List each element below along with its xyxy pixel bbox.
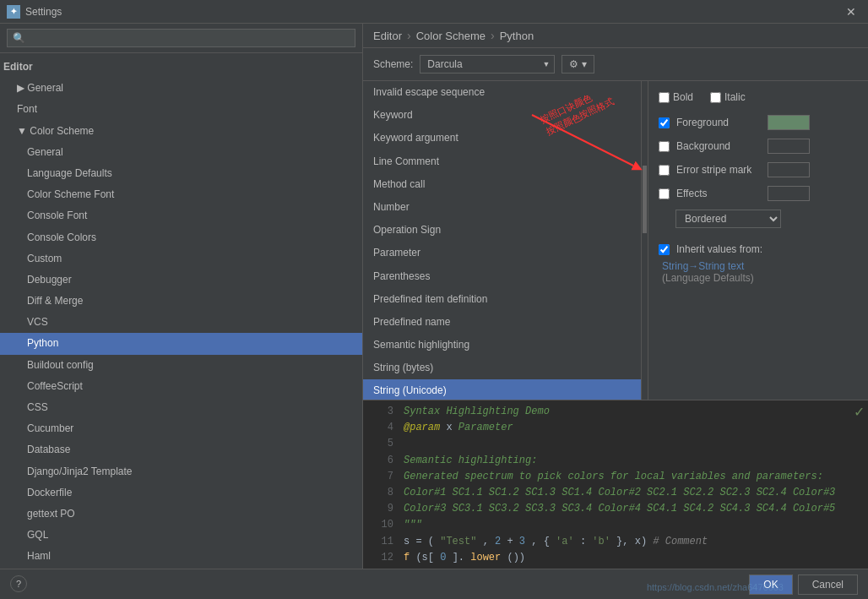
code-line-11: 11 s = ( "Test" , 2 + 3 , { 'a' : 'b' xyxy=(363,534,868,550)
sidebar-item-diff-merge[interactable]: Diff & Merge xyxy=(0,291,362,312)
code-preview: 3 Syntax Highlighting Demo 4 @param x Pa… xyxy=(363,400,868,569)
help-button[interactable]: ? xyxy=(10,575,27,592)
code-line-7: 7 Generated spectrum to pick colors for … xyxy=(363,469,868,485)
token-number[interactable]: Number xyxy=(363,196,641,219)
sidebar-item-custom[interactable]: Custom xyxy=(0,248,362,270)
line-content-10: """ xyxy=(404,517,422,533)
sidebar-item-gettext[interactable]: gettext PO xyxy=(0,504,362,525)
preview-area: ✓ 3 Syntax Highlighting Demo 4 @param x xyxy=(363,400,868,569)
token-scrollbar[interactable] xyxy=(642,81,648,400)
sidebar-item-language-defaults[interactable]: Language Defaults xyxy=(0,163,362,184)
error-stripe-row: Error stripe mark xyxy=(659,162,858,177)
style-options-row: Bold Italic xyxy=(659,91,858,103)
foreground-color-swatch[interactable] xyxy=(768,115,810,130)
bold-label: Bold xyxy=(673,91,693,103)
inherit-section: Inherit values from: String→String text … xyxy=(659,243,858,284)
error-stripe-checkbox[interactable] xyxy=(659,165,670,176)
content-area: Invalid escape sequence Keyword Keyword … xyxy=(363,81,868,400)
search-bar xyxy=(0,24,362,53)
ok-button[interactable]: OK xyxy=(749,574,792,595)
sidebar-item-css[interactable]: CSS xyxy=(0,397,362,418)
inherit-label: Inherit values from: xyxy=(676,243,762,255)
effects-dropdown[interactable]: Bordered Underline Bold underline xyxy=(675,210,781,228)
effects-checkbox[interactable] xyxy=(659,188,670,199)
line-num-6: 6 xyxy=(370,453,393,469)
effects-dropdown-row: Bordered Underline Bold underline xyxy=(659,210,858,228)
line-num-9: 9 xyxy=(370,501,393,517)
background-label: Background xyxy=(676,140,761,152)
italic-checkbox-label[interactable]: Italic xyxy=(710,91,746,103)
token-string-unicode[interactable]: String (Unicode) xyxy=(363,379,641,400)
error-stripe-color-swatch[interactable] xyxy=(768,162,810,177)
breadcrumb-python: Python xyxy=(500,30,534,42)
token-semantic-highlighting[interactable]: Semantic highlighting xyxy=(363,334,641,357)
sidebar-item-django[interactable]: Django/Jinja2 Template xyxy=(0,461,362,482)
sidebar-item-color-scheme[interactable]: ▼ Color Scheme xyxy=(0,121,362,142)
code-line-12: 12 f (s[ 0 ]. lower ()) xyxy=(363,550,868,566)
token-parentheses[interactable]: Parentheses xyxy=(363,265,641,288)
inherit-link[interactable]: String→String text xyxy=(662,260,744,272)
line-num-5: 5 xyxy=(370,436,393,452)
sidebar-item-buildout[interactable]: Buildout config xyxy=(0,355,362,376)
line-content-6: Semantic highlighting: xyxy=(404,453,537,469)
sidebar-item-color-scheme-font[interactable]: Color Scheme Font xyxy=(0,184,362,205)
code-line-10: 10 """ xyxy=(363,517,868,533)
sidebar-item-console-font[interactable]: Console Font xyxy=(0,205,362,226)
inherit-checkbox[interactable] xyxy=(659,244,670,255)
search-input[interactable] xyxy=(7,29,355,47)
sidebar-item-haml[interactable]: Haml xyxy=(0,546,362,567)
effects-color-swatch[interactable] xyxy=(768,186,810,201)
line-content-7: Generated spectrum to pick colors for lo… xyxy=(404,469,823,485)
sidebar-item-gql[interactable]: GQL xyxy=(0,525,362,546)
sidebar-item-vcs[interactable]: VCS xyxy=(0,312,362,333)
line-content-3: Syntax Highlighting Demo xyxy=(404,404,550,420)
token-line-comment[interactable]: Line Comment xyxy=(363,150,641,173)
line-content-5 xyxy=(404,436,410,452)
token-invalid-escape[interactable]: Invalid escape sequence xyxy=(363,81,641,104)
bold-checkbox[interactable] xyxy=(659,92,670,103)
token-predefined-name[interactable]: Predefined name xyxy=(363,311,641,334)
main-container: Editor ▶ General Font ▼ Color Scheme Gen… xyxy=(0,24,868,599)
line-content-8: Color#1 SC1.1 SC1.2 SC1.3 SC1.4 Color#2 … xyxy=(404,485,835,501)
sidebar-item-coffeescript[interactable]: CoffeeScript xyxy=(0,376,362,397)
sidebar-item-database[interactable]: Database xyxy=(0,439,362,460)
foreground-checkbox[interactable] xyxy=(659,117,670,128)
line-content-9: Color#3 SC3.1 SC3.2 SC3.3 SC3.4 Color#4 … xyxy=(404,501,835,517)
sidebar-item-cs-general[interactable]: General xyxy=(0,142,362,163)
line-num-3: 3 xyxy=(370,404,393,420)
scheme-row: Scheme: Darcula Default High contrast Mo… xyxy=(363,48,868,81)
background-checkbox[interactable] xyxy=(659,141,670,152)
breadcrumb-sep1: › xyxy=(407,29,411,42)
token-keyword-argument[interactable]: Keyword argument xyxy=(363,127,641,150)
foreground-row: Foreground xyxy=(659,115,858,130)
sidebar-item-cucumber[interactable]: Cucumber xyxy=(0,418,362,439)
bold-checkbox-label[interactable]: Bold xyxy=(659,91,693,103)
sidebar-item-general[interactable]: ▶ General xyxy=(0,78,362,99)
breadcrumb: Editor › Color Scheme › Python xyxy=(363,24,868,48)
code-line-9: 9 Color#3 SC3.1 SC3.2 SC3.3 SC3.4 Color#… xyxy=(363,501,868,517)
scheme-select-wrapper: Darcula Default High contrast Monokai xyxy=(420,55,555,74)
sidebar-item-python[interactable]: Python xyxy=(0,333,362,354)
window-title: Settings xyxy=(25,6,841,18)
sidebar-item-font[interactable]: Font xyxy=(0,99,362,120)
close-button[interactable]: ✕ xyxy=(841,3,861,20)
sidebar-item-console-colors[interactable]: Console Colors xyxy=(0,227,362,248)
code-line-6: 6 Semantic highlighting: xyxy=(363,453,868,469)
cancel-button[interactable]: Cancel xyxy=(798,574,858,595)
app-icon: ✦ xyxy=(7,5,20,19)
background-color-swatch[interactable] xyxy=(768,139,810,154)
inherit-checkbox-row: Inherit values from: xyxy=(659,243,858,255)
sidebar-item-debugger[interactable]: Debugger xyxy=(0,270,362,291)
italic-checkbox[interactable] xyxy=(710,92,721,103)
line-num-4: 4 xyxy=(370,420,393,436)
token-predefined-item[interactable]: Predefined item definition xyxy=(363,288,641,311)
preview-close-button[interactable]: ✓ xyxy=(854,404,865,420)
sidebar-item-dockerfile[interactable]: Dockerfile xyxy=(0,482,362,504)
token-parameter[interactable]: Parameter xyxy=(363,242,641,264)
token-method-call[interactable]: Method call xyxy=(363,173,641,196)
token-string-bytes[interactable]: String (bytes) xyxy=(363,357,641,379)
token-keyword[interactable]: Keyword xyxy=(363,104,641,127)
gear-button[interactable]: ⚙ ▾ xyxy=(561,55,594,74)
scheme-select[interactable]: Darcula Default High contrast Monokai xyxy=(420,55,555,74)
token-operation-sign[interactable]: Operation Sign xyxy=(363,219,641,242)
